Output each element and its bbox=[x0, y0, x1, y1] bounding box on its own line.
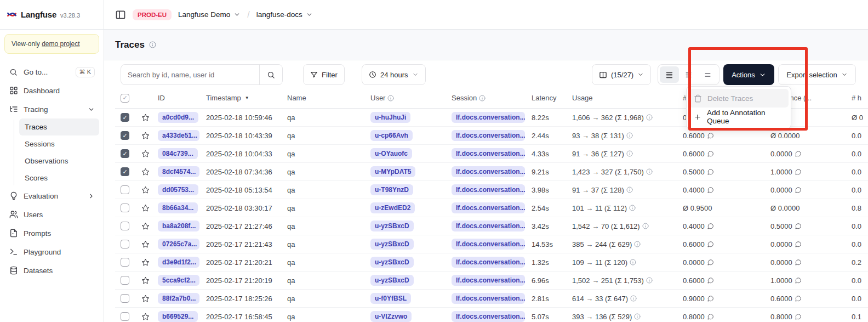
trace-id-badge[interactable]: d3e9d1f2... bbox=[158, 257, 199, 268]
table-row[interactable]: b669529...2025-02-17 16:58:45qau-VIZzvwo… bbox=[115, 308, 868, 322]
star-icon[interactable] bbox=[141, 222, 150, 230]
column-header-usage[interactable]: Usage bbox=[569, 94, 679, 102]
trace-id-badge[interactable]: 88f2a7b0... bbox=[158, 293, 199, 304]
row-checkbox[interactable] bbox=[121, 294, 129, 303]
trace-id-badge[interactable]: 5cca9cf2... bbox=[158, 275, 199, 286]
trace-id-badge[interactable]: b669529... bbox=[158, 311, 198, 322]
row-checkbox[interactable]: ✓ bbox=[121, 149, 129, 158]
search-submit-button[interactable] bbox=[259, 65, 282, 84]
session-id-badge[interactable]: lf.docs.conversation... bbox=[452, 202, 525, 213]
user-id-badge[interactable]: u-huJhuJi bbox=[370, 112, 410, 123]
row-checkbox[interactable] bbox=[121, 222, 129, 230]
star-icon[interactable] bbox=[141, 150, 150, 158]
row-checkbox[interactable] bbox=[121, 185, 129, 194]
sidebar-item-traces[interactable]: Traces bbox=[19, 118, 99, 135]
session-id-badge[interactable]: lf.docs.conversation... bbox=[452, 257, 525, 268]
column-header-user[interactable]: User bbox=[367, 94, 448, 102]
table-row[interactable]: 8b66a34...2025-02-18 03:30:17qau-zEwdED2… bbox=[115, 199, 868, 217]
menu-item-delete-traces[interactable]: Delete Traces bbox=[689, 89, 789, 108]
column-header-latency[interactable]: Latency bbox=[528, 94, 569, 102]
trace-id-badge[interactable]: ba8a208f... bbox=[158, 221, 199, 231]
filter-button[interactable]: Filter bbox=[303, 64, 345, 85]
column-header-timestamp[interactable]: Timestamp▼ bbox=[203, 94, 284, 102]
table-row[interactable]: ba8a208f...2025-02-17 21:27:46qau-yzSBxc… bbox=[115, 217, 868, 235]
column-header-id[interactable]: ID bbox=[155, 94, 203, 102]
column-header-session[interactable]: Session bbox=[448, 94, 528, 102]
session-id-badge[interactable]: lf.docs.conversation... bbox=[452, 184, 525, 195]
star-icon[interactable] bbox=[141, 313, 150, 321]
sidebar-item-datasets[interactable]: Datasets bbox=[4, 261, 99, 280]
column-visibility-button[interactable]: (15/27) bbox=[592, 64, 651, 85]
row-checkbox[interactable] bbox=[121, 258, 129, 267]
star-icon[interactable] bbox=[141, 295, 150, 303]
trace-id-badge[interactable]: 084c739... bbox=[158, 148, 198, 159]
sidebar-item-scores[interactable]: Scores bbox=[19, 170, 99, 187]
row-checkbox[interactable] bbox=[121, 276, 129, 285]
trace-id-badge[interactable]: a0cd0d9... bbox=[158, 112, 198, 123]
sidebar-item-evaluation[interactable]: Evaluation bbox=[4, 187, 99, 205]
row-height-medium-button[interactable] bbox=[679, 66, 698, 83]
user-id-badge[interactable]: u-yzSBxcD bbox=[370, 221, 414, 231]
column-header-extra[interactable]: # h bbox=[848, 94, 868, 102]
session-id-badge[interactable]: lf.docs.conversation... bbox=[452, 166, 525, 177]
table-row[interactable]: 07265c7a...2025-02-17 21:21:43qau-yzSBxc… bbox=[115, 235, 868, 253]
table-row[interactable]: d3e9d1f2...2025-02-17 21:20:21qau-yzSBxc… bbox=[115, 253, 868, 272]
user-id-badge[interactable]: u-MYpDAT5 bbox=[370, 166, 415, 177]
sidebar-item-playground[interactable]: Playground bbox=[4, 242, 99, 261]
session-id-badge[interactable]: lf.docs.conversation... bbox=[452, 311, 525, 322]
time-range-button[interactable]: 24 hours bbox=[362, 64, 426, 85]
star-icon[interactable] bbox=[141, 204, 150, 212]
table-row[interactable]: ✓084c739...2025-02-18 10:04:33qau-OYauof… bbox=[115, 145, 868, 163]
star-icon[interactable] bbox=[141, 132, 150, 140]
star-icon[interactable] bbox=[141, 258, 150, 267]
user-id-badge[interactable]: u-yzSBxcD bbox=[370, 239, 414, 250]
search-input[interactable] bbox=[121, 71, 259, 79]
sidebar-item-tracing[interactable]: Tracing bbox=[4, 100, 99, 118]
sidebar-item-sessions[interactable]: Sessions bbox=[19, 135, 99, 152]
star-icon[interactable] bbox=[141, 276, 150, 285]
sidebar-item-prompts[interactable]: Prompts bbox=[4, 224, 99, 242]
sidebar-item-users[interactable]: Users bbox=[4, 205, 99, 224]
user-id-badge[interactable]: u-T98YnzD bbox=[370, 184, 413, 195]
row-height-large-button[interactable] bbox=[698, 66, 717, 83]
row-checkbox[interactable]: ✓ bbox=[121, 113, 129, 122]
session-id-badge[interactable]: lf.docs.conversation... bbox=[452, 275, 525, 286]
session-id-badge[interactable]: lf.docs.conversation... bbox=[452, 148, 525, 159]
sidebar-item-dashboard[interactable]: Dashboard bbox=[4, 81, 99, 100]
session-id-badge[interactable]: lf.docs.conversation... bbox=[452, 221, 525, 231]
trace-id-badge[interactable]: dd05753... bbox=[158, 184, 198, 195]
trace-id-badge[interactable]: 07265c7a... bbox=[158, 239, 199, 250]
user-id-badge[interactable]: u-zEwdED2 bbox=[370, 202, 415, 213]
org-selector[interactable]: Langfuse Demo bbox=[178, 10, 241, 19]
row-checkbox[interactable] bbox=[121, 240, 129, 248]
sidebar-toggle-icon[interactable] bbox=[115, 9, 126, 20]
table-row[interactable]: 88f2a7b0...2025-02-17 18:25:26qau-f0YfBS… bbox=[115, 290, 868, 308]
menu-item-add-to-annotation-queue[interactable]: Add to Annotation Queue bbox=[689, 108, 789, 126]
star-icon[interactable] bbox=[141, 168, 150, 176]
row-checkbox[interactable]: ✓ bbox=[121, 131, 129, 140]
demo-project-link[interactable]: demo project bbox=[42, 40, 79, 48]
table-row[interactable]: ✓8dcf4574...2025-02-18 07:34:36qau-MYpDA… bbox=[115, 163, 868, 181]
user-id-badge[interactable]: u-OYauofc bbox=[370, 148, 412, 159]
row-checkbox[interactable]: ✓ bbox=[121, 167, 129, 176]
column-header-name[interactable]: Name bbox=[284, 94, 367, 102]
trace-id-badge[interactable]: 8dcf4574... bbox=[158, 166, 199, 177]
user-id-badge[interactable]: u-VIZzvwo bbox=[370, 311, 412, 322]
user-id-badge[interactable]: u-cp66Avh bbox=[370, 130, 413, 141]
export-selection-button[interactable]: Export selection bbox=[778, 64, 856, 85]
session-id-badge[interactable]: lf.docs.conversation... bbox=[452, 293, 525, 304]
star-icon[interactable] bbox=[141, 240, 150, 248]
session-id-badge[interactable]: lf.docs.conversation... bbox=[452, 239, 525, 250]
table-row[interactable]: ✓a433de51...2025-02-18 10:43:39qau-cp66A… bbox=[115, 127, 868, 145]
star-icon[interactable] bbox=[141, 114, 150, 122]
table-row[interactable]: dd05753...2025-02-18 05:13:54qau-T98YnzD… bbox=[115, 181, 868, 199]
star-icon[interactable] bbox=[141, 186, 150, 194]
session-id-badge[interactable]: lf.docs.conversation... bbox=[452, 112, 525, 123]
user-id-badge[interactable]: u-yzSBxcD bbox=[370, 275, 414, 286]
actions-button[interactable]: Actions bbox=[723, 64, 774, 85]
project-selector[interactable]: langfuse-docs bbox=[256, 10, 313, 19]
user-id-badge[interactable]: u-yzSBxcD bbox=[370, 257, 414, 268]
table-row[interactable]: 5cca9cf2...2025-02-17 21:20:19qau-yzSBxc… bbox=[115, 272, 868, 290]
sidebar-item-goto[interactable]: Go to... ⌘ K bbox=[4, 63, 99, 81]
session-id-badge[interactable]: lf.docs.conversation... bbox=[452, 130, 525, 141]
